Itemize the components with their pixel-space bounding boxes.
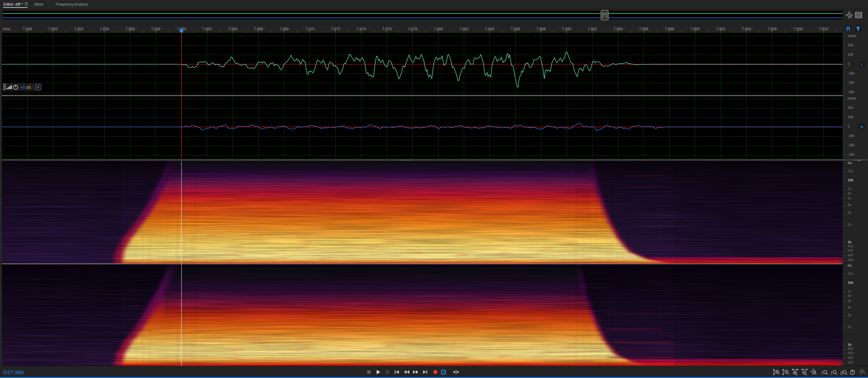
svg-text:hms: hms [3,27,10,31]
